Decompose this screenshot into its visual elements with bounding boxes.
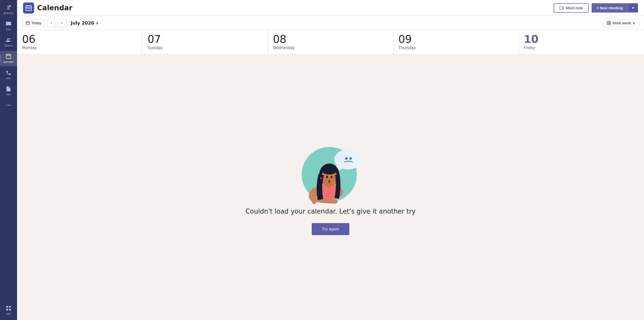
svg-rect-13 [6, 309, 8, 310]
day-col-tuesday[interactable]: 07 Tuesday [142, 30, 268, 54]
svg-rect-23 [26, 22, 29, 25]
day-num-tuesday: 07 [147, 34, 263, 45]
today-label: Today [31, 21, 41, 25]
sidebar-item-calendar-label: alendar [3, 60, 14, 64]
day-name-tuesday: Tuesday [147, 46, 263, 50]
month-chevron-icon: ∨ [96, 21, 99, 25]
svg-point-8 [6, 105, 7, 106]
svg-point-36 [349, 157, 352, 160]
day-num-thursday: 09 [398, 34, 514, 45]
page-title: Calendar [37, 4, 72, 12]
svg-point-47 [320, 177, 322, 179]
day-num-wednesday: 08 [273, 34, 388, 45]
topbar: Calendar Meet now + New meeting ▾ [17, 0, 644, 16]
day-col-monday[interactable]: 06 Monday [17, 30, 142, 54]
calendar-app-icon [23, 3, 34, 14]
topbar-actions: Meet now + New meeting ▾ [554, 3, 638, 13]
day-num-monday: 06 [22, 34, 137, 45]
today-button[interactable]: Today [22, 19, 45, 27]
day-name-thursday: Thursday [398, 46, 514, 50]
sidebar-item-teams-label: Teams [4, 44, 13, 47]
svg-rect-11 [6, 306, 8, 308]
active-indicator [0, 55, 1, 63]
navbar: Today ‹ › July 2020 ∨ Work week ∨ [17, 16, 644, 30]
svg-point-46 [329, 179, 330, 180]
svg-point-43 [326, 176, 328, 178]
day-col-wednesday[interactable]: 08 Wednesday [268, 30, 393, 54]
new-meeting-main[interactable]: + New meeting [592, 3, 628, 13]
main-content: Calendar Meet now + New meeting ▾ [17, 0, 644, 320]
prev-arrow-button[interactable]: ‹ [47, 19, 56, 27]
next-arrow-button[interactable]: › [58, 19, 66, 27]
calendar-header: 06 Monday 07 Tuesday 08 Wednesday 09 Thu… [17, 30, 644, 54]
current-month: July 2020 [71, 20, 94, 26]
svg-rect-12 [9, 306, 11, 308]
sidebar-item-files[interactable]: iles [0, 83, 17, 99]
svg-point-35 [345, 157, 348, 160]
meet-now-label: Meet now [566, 6, 583, 10]
day-col-thursday[interactable]: 09 Thursday [393, 30, 519, 54]
view-label: Work week [612, 21, 631, 25]
svg-point-3 [9, 38, 10, 40]
sidebar-item-calls[interactable]: alls [0, 67, 17, 82]
svg-rect-15 [26, 6, 31, 11]
day-name-monday: Monday [22, 46, 137, 50]
sidebar-item-more[interactable] [0, 100, 17, 111]
meet-now-button[interactable]: Meet now [554, 3, 588, 13]
error-message: Couldn't load your calendar. Let's give … [246, 208, 416, 215]
sidebar-item-calendar[interactable]: alendar [0, 51, 17, 66]
svg-point-9 [8, 105, 9, 106]
svg-rect-25 [607, 21, 610, 25]
view-selector-button[interactable]: Work week ∨ [603, 19, 639, 27]
svg-text:3: 3 [10, 5, 11, 7]
sidebar: 3 Activity hat Teams alendar [0, 0, 17, 320]
error-illustration [300, 139, 361, 200]
svg-point-42 [321, 165, 337, 175]
svg-rect-22 [560, 7, 562, 9]
sidebar-item-files-label: iles [6, 93, 11, 96]
new-meeting-label: + New meeting [597, 6, 623, 10]
day-name-friday: Friday [524, 46, 639, 50]
day-col-friday[interactable]: 10 Friday [519, 30, 644, 54]
try-again-button[interactable]: Try again [312, 223, 349, 235]
svg-point-10 [10, 105, 11, 106]
sidebar-item-teams[interactable]: Teams [0, 35, 17, 50]
sidebar-item-activity[interactable]: 3 Activity [0, 2, 17, 17]
error-container: Couldn't load your calendar. Let's give … [246, 139, 416, 235]
new-meeting-dropdown-arrow[interactable]: ▾ [628, 4, 638, 12]
sidebar-item-activity-label: Activity [3, 12, 14, 15]
svg-point-2 [7, 38, 9, 40]
sidebar-item-calls-label: alls [6, 77, 11, 80]
svg-rect-4 [6, 54, 11, 59]
svg-rect-21 [30, 8, 30, 9]
month-selector[interactable]: July 2020 ∨ [68, 19, 101, 27]
sidebar-item-apps[interactable]: pps [0, 303, 17, 318]
sidebar-item-chat-label: hat [6, 28, 11, 31]
day-num-friday: 10 [524, 34, 639, 45]
day-name-wednesday: Wednesday [273, 46, 388, 50]
view-chevron-icon: ∨ [632, 21, 635, 25]
calendar-body: Couldn't load your calendar. Let's give … [17, 54, 644, 320]
new-meeting-button[interactable]: + New meeting ▾ [592, 3, 638, 13]
svg-point-45 [328, 180, 331, 183]
svg-rect-19 [27, 8, 28, 9]
svg-point-44 [331, 176, 333, 178]
svg-rect-20 [28, 8, 29, 9]
sidebar-item-chat[interactable]: hat [0, 18, 17, 34]
svg-rect-14 [9, 309, 11, 310]
topbar-title-section: Calendar [23, 3, 554, 14]
sidebar-item-apps-label: pps [6, 312, 11, 315]
